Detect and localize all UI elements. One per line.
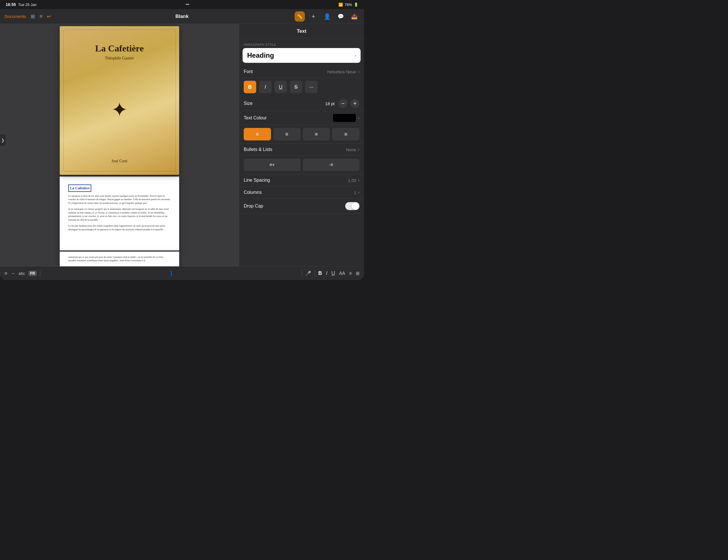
brush-button[interactable]: ✏️: [295, 11, 305, 22]
font-chevron: ›: [358, 69, 359, 74]
line-spacing-chevron: ›: [358, 178, 359, 183]
status-center: •••: [186, 3, 189, 7]
paragraph-style-value: Heading: [247, 51, 274, 59]
format-bottom-button[interactable]: ⊞: [356, 271, 359, 276]
lang-button[interactable]: FR: [28, 271, 37, 276]
list-icon[interactable]: ≡: [40, 13, 43, 19]
font-label: Font: [244, 69, 253, 74]
toolbar-right: ✏️ + 👤 💬 📤: [241, 11, 359, 22]
drop-cap-toggle[interactable]: [345, 202, 359, 210]
wifi-icon: 📶: [338, 3, 343, 7]
align-bottom-button[interactable]: ≡: [349, 271, 352, 276]
panel-title: Text: [239, 24, 364, 39]
underline-bottom-button[interactable]: U: [331, 270, 335, 276]
brush-icon: ✏️: [297, 14, 303, 19]
columns-value: 1: [354, 190, 356, 195]
align-left-icon: ≡: [256, 131, 259, 137]
paragraph-style-row[interactable]: Heading ›: [243, 48, 361, 63]
indent-decrease-icon: ≡+: [269, 162, 275, 168]
bold-button[interactable]: B: [244, 81, 256, 93]
more-button[interactable]: ···: [305, 81, 318, 93]
abc-button[interactable]: abc: [18, 271, 25, 276]
color-swatch[interactable]: [333, 114, 356, 122]
align-left-button[interactable]: ≡: [244, 128, 271, 141]
paragraph-style-chevron: ›: [355, 53, 356, 58]
align-right-button[interactable]: ≡: [303, 128, 330, 141]
font-size-bottom-button[interactable]: AA: [339, 271, 345, 276]
size-value: 18 pt: [324, 101, 336, 106]
align-right-icon: ≡: [315, 131, 318, 137]
add-icon: +: [312, 13, 315, 20]
cursor-line: [44, 271, 298, 276]
color-chevron: ›: [358, 115, 359, 121]
size-increase-button[interactable]: +: [350, 99, 359, 108]
paragraph-3[interactable]: Le feu qui flambait jetait des reflets r…: [68, 224, 171, 232]
italic-button[interactable]: I: [259, 81, 272, 93]
comment-icon[interactable]: 💬: [336, 11, 346, 22]
divider-2: [302, 270, 302, 277]
font-style-row: B I U S ···: [239, 78, 364, 96]
page-bottom-partial[interactable]: clairement que ce que j'avais pris pour …: [60, 252, 179, 267]
line-spacing-value: 1.00: [348, 178, 356, 183]
paragraph-4-partial: clairement que ce que j'avais pris pour …: [68, 256, 164, 262]
mic-button[interactable]: 🎤: [305, 271, 311, 276]
sidebar-toggle-icon[interactable]: ⊞: [31, 13, 35, 20]
history-icon[interactable]: ↩: [47, 13, 51, 20]
cover-publisher: José Corti: [111, 159, 127, 164]
color-control[interactable]: ›: [333, 114, 359, 122]
bottom-right: B I U AA ≡ ⊞: [318, 270, 359, 276]
indent-decrease-button[interactable]: ≡+: [244, 159, 301, 171]
font-value: Helvetica Neue: [327, 69, 356, 74]
main-content: ❯ La Cafetière Théophile Gautier ✦ José …: [0, 24, 364, 267]
columns-row[interactable]: Columns 1 ›: [239, 187, 364, 199]
align-justify-button[interactable]: ≡: [332, 128, 359, 141]
strikethrough-button[interactable]: S: [290, 81, 302, 93]
documents-link[interactable]: Documents: [5, 14, 26, 19]
indent-row: ≡+ ·≡: [239, 156, 364, 174]
drop-cap-row: Drop Cap: [239, 199, 364, 214]
user-icon[interactable]: 👤: [322, 11, 332, 22]
cover-ornament: ✦: [111, 100, 128, 120]
bullets-row[interactable]: Bullets & Lists None ›: [239, 144, 364, 156]
text-page[interactable]: La Cafetière Le narrateur et deux de ses…: [60, 177, 179, 251]
sidebar-toggle[interactable]: ❯: [0, 135, 6, 146]
size-label: Size: [244, 101, 253, 106]
drop-cap-label: Drop Cap: [244, 204, 263, 209]
paragraph-2[interactable]: Je ne remarquai ces choses qu'après que …: [68, 207, 171, 222]
toolbar: Documents ⊞ ≡ ↩ Blank ✏️ + 👤 💬 📤: [0, 9, 364, 24]
toolbar-center: Blank: [123, 14, 241, 19]
columns-value-container[interactable]: 1 ›: [354, 190, 359, 195]
document-area: La Cafetière Théophile Gautier ✦ José Co…: [0, 24, 239, 267]
add-button[interactable]: +: [308, 11, 319, 22]
list-bottom-icon[interactable]: ≡: [5, 271, 7, 276]
toolbar-left: Documents ⊞ ≡ ↩: [5, 13, 123, 20]
status-bar: 16:55 Tue 25 Jan ••• 📶 78% 🔋: [0, 0, 364, 9]
indent-increase-button[interactable]: ·≡: [303, 159, 360, 171]
paragraph-1[interactable]: Le narrateur et deux de ses amis sont in…: [68, 194, 171, 205]
underline-button[interactable]: U: [274, 81, 287, 93]
alignment-row: ≡ ≡ ≡ ≡: [239, 125, 364, 144]
align-center-icon: ≡: [285, 131, 288, 137]
indent-bottom-icon[interactable]: →: [11, 271, 15, 276]
book-cover: La Cafetière Théophile Gautier ✦ José Co…: [60, 26, 179, 175]
size-decrease-button[interactable]: −: [338, 99, 348, 108]
bullets-value-container[interactable]: None ›: [346, 147, 359, 152]
line-spacing-row[interactable]: Line Spacing 1.00 ›: [239, 174, 364, 187]
status-date: Tue 25 Jan: [18, 3, 37, 7]
align-justify-icon: ≡: [344, 131, 348, 137]
battery-label: 78%: [345, 3, 352, 7]
font-value-container[interactable]: Helvetica Neue ›: [327, 69, 359, 74]
align-center-button[interactable]: ≡: [273, 128, 301, 141]
status-time: 16:55: [6, 2, 16, 7]
export-icon[interactable]: 📤: [349, 11, 359, 22]
size-controls: 18 pt − +: [324, 99, 359, 108]
line-spacing-value-container[interactable]: 1.00 ›: [348, 178, 359, 183]
text-cursor: [171, 271, 171, 276]
page-title[interactable]: La Cafetière: [68, 185, 91, 192]
font-row[interactable]: Font Helvetica Neue ›: [239, 66, 364, 78]
italic-bottom-button[interactable]: I: [326, 270, 327, 276]
bold-bottom-button[interactable]: B: [318, 270, 322, 276]
columns-chevron: ›: [358, 190, 359, 195]
text-colour-row[interactable]: Text Colour ›: [239, 111, 364, 125]
indent-increase-icon: ·≡: [329, 162, 333, 168]
